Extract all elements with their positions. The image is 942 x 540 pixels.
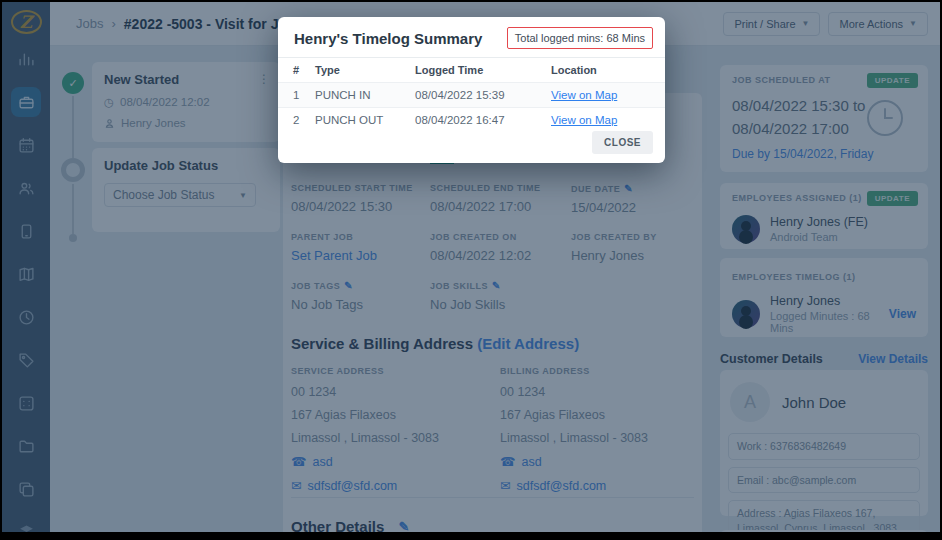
view-on-map-link[interactable]: View on Map — [551, 114, 617, 126]
timelog-summary-modal: Henry's Timelog Summary Total logged min… — [278, 17, 665, 163]
row-type: PUNCH IN — [315, 83, 415, 108]
column-header-time: Logged Time — [415, 58, 551, 83]
row-num: 1 — [278, 83, 315, 108]
view-on-map-link[interactable]: View on Map — [551, 89, 617, 101]
timelog-table: # Type Logged Time Location 1 PUNCH IN 0… — [278, 58, 665, 132]
total-logged-mins-badge: Total logged mins: 68 Mins — [507, 27, 653, 49]
row-time: 08/04/2022 16:47 — [415, 108, 551, 133]
column-header-location: Location — [551, 58, 665, 83]
row-num: 2 — [278, 108, 315, 133]
column-header-type: Type — [315, 58, 415, 83]
close-button[interactable]: CLOSE — [592, 131, 653, 154]
table-row: 1 PUNCH IN 08/04/2022 15:39 View on Map — [278, 83, 665, 108]
app-screen: Jobs › #2022 -5003 - Visit for John Prin… — [2, 2, 940, 532]
column-header-num: # — [278, 58, 315, 83]
row-type: PUNCH OUT — [315, 108, 415, 133]
table-row: 2 PUNCH OUT 08/04/2022 16:47 View on Map — [278, 108, 665, 133]
row-time: 08/04/2022 15:39 — [415, 83, 551, 108]
